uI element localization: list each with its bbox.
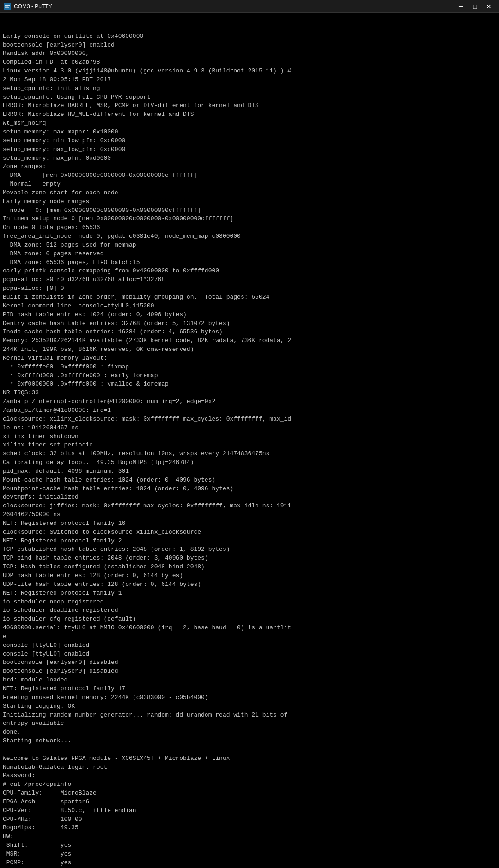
window-title: COM3 - PuTTY bbox=[14, 3, 52, 10]
title-bar-buttons: ─ □ ✕ bbox=[455, 2, 495, 11]
svg-rect-3 bbox=[5, 7, 9, 8]
title-bar: COM3 - PuTTY ─ □ ✕ bbox=[0, 0, 499, 13]
putty-icon bbox=[4, 3, 11, 10]
svg-rect-1 bbox=[5, 5, 10, 6]
svg-rect-2 bbox=[5, 6, 8, 7]
maximize-button[interactable]: □ bbox=[469, 2, 481, 11]
close-button[interactable]: ✕ bbox=[482, 2, 495, 11]
terminal-text: Early console on uartlite at 0x40600000 … bbox=[3, 32, 496, 868]
terminal-output[interactable]: Early console on uartlite at 0x40600000 … bbox=[0, 13, 499, 868]
putty-window: COM3 - PuTTY ─ □ ✕ Early console on uart… bbox=[0, 0, 499, 868]
title-bar-left: COM3 - PuTTY bbox=[4, 3, 52, 10]
minimize-button[interactable]: ─ bbox=[455, 2, 468, 11]
